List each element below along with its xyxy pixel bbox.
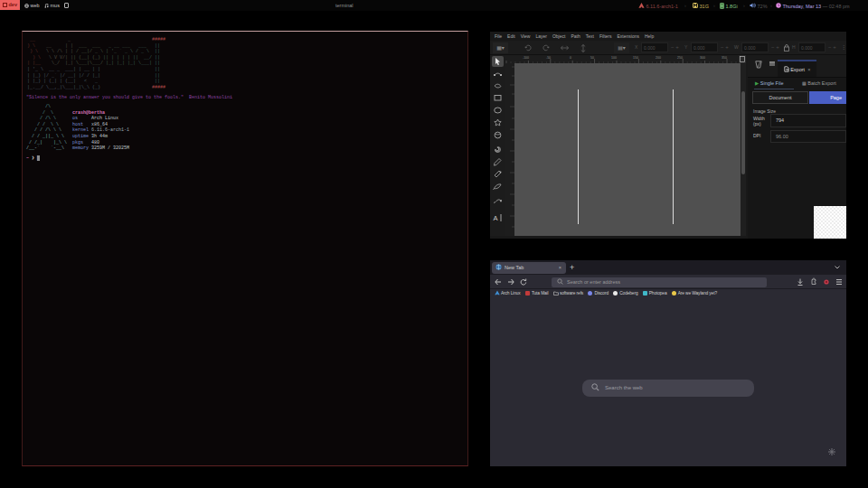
svg-text:300: 300 [700,56,705,60]
svg-text:200: 200 [656,56,661,60]
svg-text:150: 150 [633,56,638,60]
svg-text:-50: -50 [546,56,551,60]
svg-text:0: 0 [570,56,571,60]
svg-text:350: 350 [722,56,727,60]
svg-text:50: 50 [590,56,594,60]
svg-text:250: 250 [677,56,683,60]
svg-text:-100: -100 [523,56,529,60]
svg-text:100: 100 [611,56,617,60]
svg-text:A: A [494,214,498,222]
